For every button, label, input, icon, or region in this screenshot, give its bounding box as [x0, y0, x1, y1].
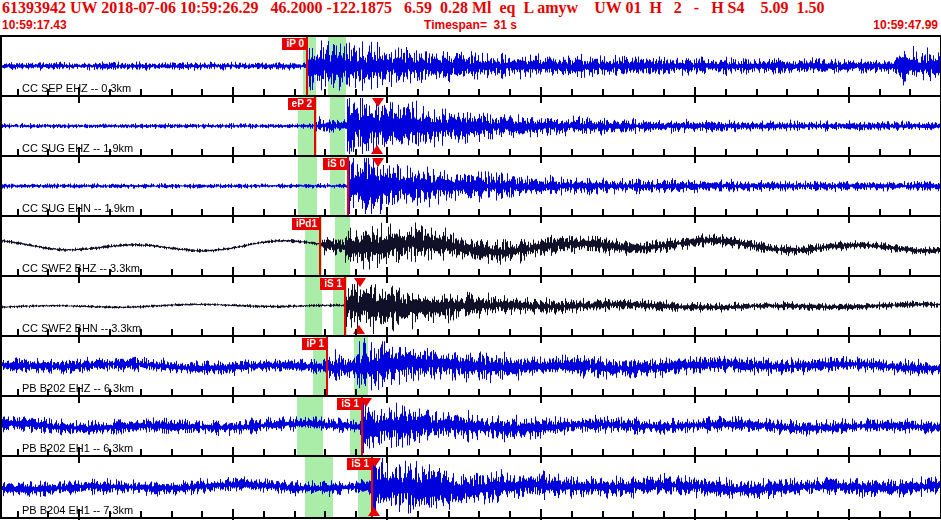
- phase-pick-flag[interactable]: iP 1: [302, 338, 328, 350]
- trace-panel: iS 0CC SUG EHN -- 1.9km: [0, 157, 941, 215]
- amplitude-marker[interactable]: [360, 398, 372, 407]
- phase-pick-flag[interactable]: eP 2: [288, 98, 316, 110]
- trace-panel: iS 1CC SWF2 BHN -- 3.3km: [0, 277, 941, 335]
- amplitude-marker[interactable]: [371, 145, 383, 154]
- trace-panel: eP 2CC SUG EHZ -- 1.9km: [0, 97, 941, 155]
- trace-panel: iPd1CC SWF2 BHZ -- 3.3km: [0, 217, 941, 275]
- trace-panel: iP 1PB B202 EHZ -- 6.3km: [0, 337, 941, 395]
- amplitude-marker[interactable]: [368, 507, 380, 516]
- trace-label: PB B204 EH1 -- 7.3km: [22, 504, 133, 516]
- waveform[interactable]: [0, 457, 941, 517]
- phase-pick-flag[interactable]: iS 1: [320, 278, 346, 290]
- trace-panel: iS 1PB B202 EH1 -- 6.3km: [0, 397, 941, 455]
- phase-pick-flag[interactable]: iP 0: [282, 38, 308, 50]
- trace-label: PB B202 EH1 -- 6.3km: [22, 442, 133, 454]
- waveform[interactable]: [0, 157, 941, 215]
- trace-label: CC SUG EHZ -- 1.9km: [22, 142, 133, 154]
- event-summary: 61393942 UW 2018-07-06 10:59:26.29 46.20…: [0, 0, 941, 17]
- waveform[interactable]: [0, 97, 941, 155]
- trace-label: CC SWF2 BHZ -- 3.3km: [22, 262, 140, 274]
- waveform[interactable]: [0, 397, 941, 455]
- seismogram-viewer: 61393942 UW 2018-07-06 10:59:26.29 46.20…: [0, 0, 941, 520]
- phase-pick-flag[interactable]: iPd1: [292, 218, 321, 230]
- amplitude-marker[interactable]: [372, 98, 384, 107]
- time-window-bar: 10:59:17.43 Timespan= 31 s 10:59:47.99: [0, 18, 941, 34]
- trace-panel: iP 0CC SEP EHZ -- 0.3km: [0, 37, 941, 95]
- trace-label: CC SWF2 BHN -- 3.3km: [22, 322, 141, 334]
- phase-pick-flag[interactable]: iS 0: [323, 158, 349, 170]
- waveform[interactable]: [0, 37, 941, 95]
- amplitude-marker[interactable]: [372, 158, 384, 167]
- timespan-label: Timespan= 31 s: [0, 18, 941, 32]
- waveform[interactable]: [0, 217, 941, 275]
- trace-label: CC SEP EHZ -- 0.3km: [22, 82, 131, 94]
- amplitude-marker[interactable]: [369, 458, 381, 467]
- trace-label: CC SUG EHN -- 1.9km: [22, 202, 134, 214]
- trace-panel: iS 1PB B204 EH1 -- 7.3km: [0, 457, 941, 517]
- amplitude-marker[interactable]: [354, 278, 366, 287]
- waveform[interactable]: [0, 337, 941, 395]
- trace-label: PB B202 EHZ -- 6.3km: [22, 382, 134, 394]
- window-end-time: 10:59:47.99: [873, 18, 938, 32]
- amplitude-marker[interactable]: [353, 325, 365, 334]
